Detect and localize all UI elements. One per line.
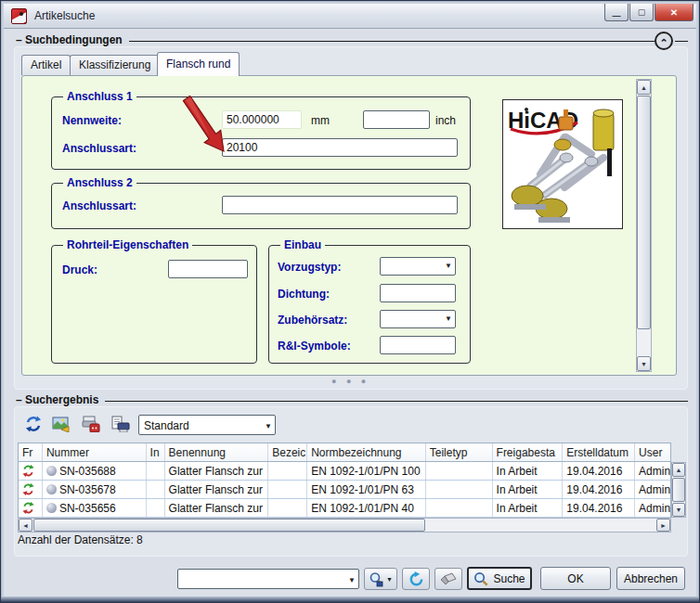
ri-symbole-field[interactable] [380, 336, 456, 354]
suchergebnis-rule [105, 401, 688, 402]
suchbedingungen-label: Suchbedingungen [25, 33, 123, 46]
anschluss1-group: Anschluss 1 [51, 96, 471, 170]
scroll-up-icon[interactable]: ▲ [637, 80, 651, 95]
anschluss1-group-label: Anschluss 1 [63, 90, 136, 103]
result-view-select[interactable]: Standard ▼ [138, 415, 276, 435]
refresh-icon [25, 416, 42, 432]
refresh-icon [408, 571, 424, 587]
tab-flansch-rund[interactable]: Flansch rund [157, 52, 240, 76]
table-vscrollbar-thumb[interactable] [672, 478, 685, 502]
app-icon [11, 8, 27, 24]
abbrechen-button-label: Abbrechen [624, 572, 678, 585]
cell-in [147, 481, 165, 498]
hicad-preview-image: HiCAD [502, 99, 623, 229]
article-icon [46, 503, 57, 513]
cell-nummer: SN-035688 [59, 465, 116, 478]
cell-in [147, 499, 165, 517]
export-image-button[interactable] [51, 415, 71, 433]
chevron-down-icon: ▼ [348, 576, 356, 584]
splitter-handle[interactable]: ● ● ● [331, 377, 369, 386]
col-bezeichnung[interactable]: Bezeic [268, 443, 307, 461]
anschlussart1-field[interactable]: 20100 [222, 138, 458, 157]
zubehoersatz-select[interactable]: ▼ [380, 310, 456, 328]
cell-norm: EN 1092-1/01/PN 40 [307, 499, 426, 517]
cell-benennung: Glatter Flansch zur [165, 481, 269, 498]
dichtung-label: Dichtung: [278, 288, 330, 301]
piping-illustration: HiCAD [503, 100, 622, 228]
export-pdf-button[interactable] [81, 415, 101, 433]
scroll-down-icon[interactable]: ▼ [672, 503, 685, 517]
cell-in [147, 462, 165, 480]
clear-search-button[interactable] [434, 568, 462, 590]
col-nummer[interactable]: Nummer [43, 443, 147, 461]
col-teiletyp[interactable]: Teiletyp [426, 443, 493, 461]
nennweite-inch-field[interactable] [363, 110, 430, 129]
tab-artikel[interactable]: Artikel [21, 55, 71, 75]
table-hscrollbar[interactable]: ◄ ► [18, 518, 671, 532]
col-normbezeichnung[interactable]: Normbezeichnung [307, 443, 426, 461]
cell-bezeichnung [268, 499, 307, 517]
cell-freigabe: In Arbeit [493, 499, 564, 517]
col-fr[interactable]: Fr [19, 443, 43, 461]
sync-status-icon [22, 483, 34, 495]
table-hscrollbar-thumb[interactable] [33, 519, 425, 532]
cell-freigabe: In Arbeit [493, 462, 564, 480]
panel-vscrollbar[interactable]: ▲ ▼ [636, 79, 652, 372]
ok-button[interactable]: OK [540, 567, 611, 590]
table-header-row[interactable]: Fr Nummer In Benennung Bezeic Normbezeic… [19, 443, 670, 462]
table-row[interactable]: SN-035656 Glatter Flansch zur EN 1092-1/… [19, 499, 670, 518]
article-icon [46, 484, 57, 494]
table-vscrollbar[interactable]: ▲ ▼ [671, 462, 686, 518]
col-erstelldatum[interactable]: Erstelldatum [563, 443, 635, 461]
abbrechen-button[interactable]: Abbrechen [616, 567, 685, 590]
maximize-button[interactable]: ▢ [629, 4, 654, 21]
print-report-button[interactable] [110, 415, 131, 433]
chevron-up-icon: ⌃ [659, 37, 668, 49]
cell-datum: 19.04.2016 [563, 499, 635, 517]
artikelsuche-dialog: Artikelsuche — ▢ ✕ – Suchbedingungen ⌃ A… [0, 0, 700, 603]
panel-vscrollbar-thumb[interactable] [637, 96, 651, 329]
title-bar[interactable]: Artikelsuche [4, 4, 696, 29]
cell-nummer: SN-035678 [59, 483, 116, 496]
record-count-status: Anzahl der Datensätze: 8 [18, 533, 143, 546]
cell-teiletyp [426, 499, 493, 517]
refresh-search-button[interactable] [402, 568, 430, 590]
col-user[interactable]: User [635, 443, 670, 461]
saved-search-select[interactable]: ▼ [177, 569, 359, 589]
save-search-button[interactable]: ▼ [364, 568, 397, 590]
minimize-button[interactable]: — [604, 4, 629, 21]
cell-user: Admini [635, 499, 670, 517]
close-button[interactable]: ✕ [655, 4, 694, 21]
scroll-down-icon[interactable]: ▼ [637, 356, 651, 371]
col-benennung[interactable]: Benennung [165, 443, 269, 461]
tab-klassifizierung-label: Klassifizierung [79, 58, 150, 71]
vorzugstyp-select[interactable]: ▼ [380, 257, 456, 276]
search-icon [473, 571, 488, 586]
chevron-down-icon: ▼ [265, 422, 272, 430]
sync-status-icon [22, 502, 34, 514]
scroll-right-icon[interactable]: ► [656, 519, 670, 532]
table-row[interactable]: SN-035678 Glatter Flansch zur EN 1092-1/… [19, 481, 670, 499]
suche-button[interactable]: Suche [467, 567, 532, 590]
anschlussart2-field[interactable] [222, 196, 458, 214]
dichtung-field[interactable] [380, 284, 456, 302]
minimize-icon: — [613, 11, 621, 20]
tab-klassifizierung[interactable]: Klassifizierung [70, 55, 160, 75]
scroll-up-icon[interactable]: ▲ [672, 463, 685, 477]
anschluss2-group-label: Anschluss 2 [63, 176, 136, 189]
ok-button-label: OK [567, 572, 583, 585]
col-freigabestatus[interactable]: Freigabesta [493, 443, 564, 461]
cell-datum: 19.04.2016 [563, 481, 635, 498]
chevron-down-icon: ▼ [445, 262, 452, 270]
cell-teiletyp [426, 462, 493, 480]
druck-field[interactable] [168, 260, 248, 278]
cell-norm: EN 1092-1/01/PN 63 [307, 481, 426, 498]
refresh-results-button[interactable] [23, 415, 44, 433]
anschlussart1-label: Anschlussart: [62, 142, 136, 155]
cell-user: Admini [635, 462, 670, 480]
collapse-suchbedingungen-button[interactable]: ⌃ [655, 32, 673, 50]
scroll-left-icon[interactable]: ◄ [19, 519, 32, 532]
suchbedingungen-rule [129, 41, 655, 42]
table-row[interactable]: SN-035688 Glatter Flansch zur EN 1092-1/… [19, 462, 670, 481]
col-in[interactable]: In [147, 443, 165, 461]
